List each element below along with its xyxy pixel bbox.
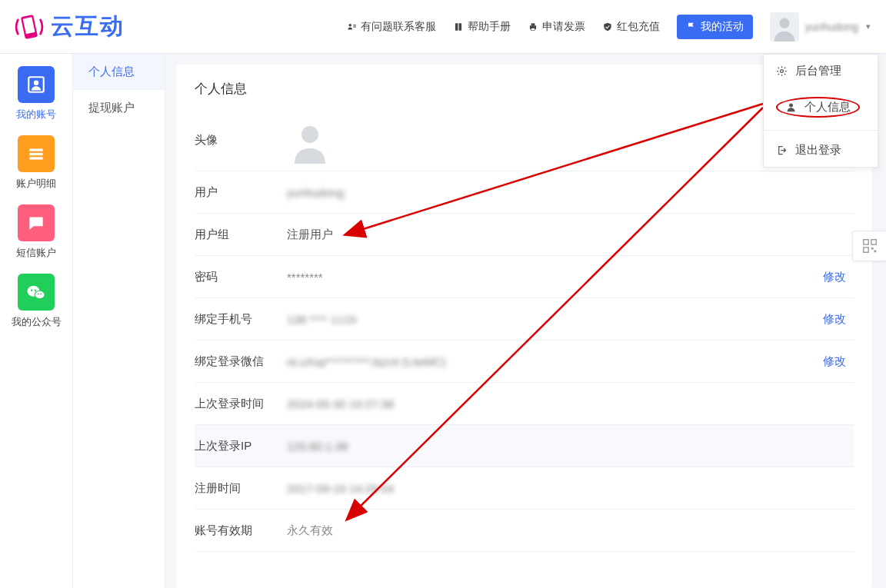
svg-rect-15 [29,157,42,159]
wechat-tile-icon [18,274,55,311]
dropdown-separator [764,130,878,131]
modify-wechat-link[interactable]: 修改 [823,354,854,369]
account-tile-icon [18,66,55,103]
svg-rect-7 [531,28,535,30]
svg-point-12 [34,81,39,86]
username-label: yunhudong [805,21,858,33]
printer-icon [528,22,538,32]
nav-recharge[interactable]: 红包充值 [602,20,660,34]
row-password: 密码 ******** 修改 [195,256,854,298]
person-lines-icon [346,22,357,32]
my-activities-button[interactable]: 我的活动 [677,15,753,39]
user-menu-trigger[interactable]: yunhudong ▾ [770,12,871,42]
user-dropdown: 后台管理 个人信息 退出登录 [763,54,878,168]
avatar-placeholder-icon [287,118,333,164]
sidebar-item-wechat[interactable]: 我的公众号 [12,274,62,329]
gear-icon [776,65,788,77]
sidebar-item-detail[interactable]: 账户明细 [16,135,56,191]
svg-rect-6 [531,23,535,25]
chevron-down-icon: ▾ [866,22,871,32]
sms-tile-icon [18,204,55,241]
nav-invoice[interactable]: 申请发票 [528,20,585,34]
dropdown-logout[interactable]: 退出登录 [764,134,878,167]
detail-tile-icon [18,135,55,172]
row-last-login-time: 上次登录时间 2024-05-30 10:27:38 [195,383,854,425]
svg-point-9 [781,70,784,73]
row-wechat: 绑定登录微信 oLuXsp**********Jq1nt (LtwMC) 修改 [195,341,854,383]
svg-point-10 [789,104,793,108]
row-last-login-ip: 上次登录IP 120.80.1.38 [195,425,854,467]
body-layout: 我的账号 账户明细 短信账户 我的公众号 个人信息 提现账户 个人信息 [0,54,886,588]
nav-help-manual[interactable]: 帮助手册 [453,20,511,34]
svg-point-20 [38,293,39,294]
subnav-withdraw[interactable]: 提现账户 [73,90,165,126]
qr-side-widget[interactable] [852,231,886,261]
nav-contact-support[interactable]: 有问题联系客服 [346,20,436,34]
row-valid: 账号有效期 永久有效 [195,510,854,552]
modify-phone-link[interactable]: 修改 [823,312,854,327]
svg-point-21 [40,293,42,294]
logout-icon [776,145,788,156]
row-group: 用户组 注册用户 [195,214,854,256]
brand-logo[interactable]: 云互动 [0,10,162,44]
dropdown-profile[interactable]: 个人信息 [764,88,878,127]
annotation-ellipse: 个人信息 [776,97,860,118]
svg-rect-4 [353,26,356,27]
subnav-profile[interactable]: 个人信息 [73,54,165,90]
row-user: 用户 yunhudong [195,171,854,214]
svg-rect-25 [863,247,868,252]
avatar-icon [770,12,799,42]
top-nav: 有问题联系客服 帮助手册 申请发票 红包充值 我的活动 yunhudong ▾ [162,12,886,42]
person-icon [785,101,797,113]
svg-point-8 [779,18,789,28]
flag-icon [686,22,697,32]
svg-rect-3 [353,25,356,25]
svg-rect-23 [863,240,868,244]
svg-point-22 [301,126,318,143]
book-icon [453,22,464,32]
svg-point-18 [31,290,32,291]
sidebar-secondary: 个人信息 提现账户 [73,54,165,588]
svg-rect-13 [29,149,42,151]
top-header: 云互动 有问题联系客服 帮助手册 申请发票 红包充值 我的活动 yunhudon… [0,0,886,54]
svg-point-17 [35,291,45,299]
modify-password-link[interactable]: 修改 [823,270,854,284]
shield-check-icon [602,22,613,32]
qr-icon [861,238,878,254]
svg-rect-27 [874,251,876,253]
sidebar-item-account[interactable]: 我的账号 [16,66,56,121]
profile-info-list: 头像 用户 yunhudong 用户组 注册用户 密码 [176,104,872,552]
sidebar-primary: 我的账号 账户明细 短信账户 我的公众号 [0,54,73,588]
svg-rect-24 [871,240,875,244]
brand-text: 云互动 [51,11,125,42]
dropdown-admin[interactable]: 后台管理 [764,55,878,88]
svg-rect-26 [871,247,873,250]
row-register-time: 注册时间 2017-09-16 14:29:54 [195,467,854,510]
row-avatar: 头像 [195,110,854,171]
svg-rect-14 [29,153,42,155]
sidebar-item-sms[interactable]: 短信账户 [16,204,56,260]
phone-shake-icon [12,10,46,44]
svg-point-19 [35,290,36,291]
row-phone: 绑定手机号 138 **** 1119 修改 [195,298,854,341]
svg-point-2 [348,23,351,26]
